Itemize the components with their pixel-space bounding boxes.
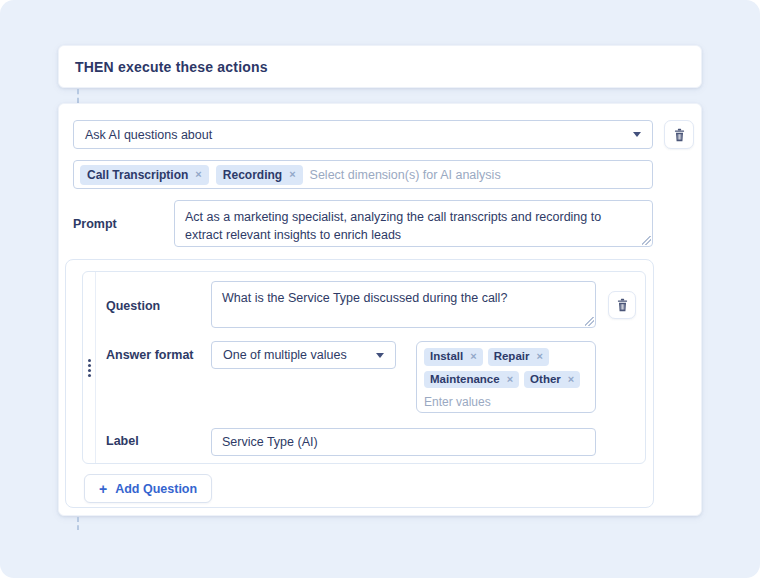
value-tag-label: Repair (494, 351, 530, 363)
dimension-tag: Call Transcription × (80, 165, 209, 185)
connector-line-bottom (77, 517, 79, 530)
delete-action-button[interactable] (664, 120, 694, 149)
dimension-tag-label: Call Transcription (87, 169, 188, 181)
questions-group: Question What is the Service Type discus… (65, 259, 654, 508)
values-placeholder: Enter values (424, 395, 588, 409)
remove-tag-icon[interactable]: × (195, 169, 201, 180)
drag-handle-icon[interactable] (88, 359, 91, 362)
remove-tag-icon[interactable]: × (507, 374, 513, 385)
resize-grip-icon[interactable] (585, 317, 594, 326)
question-textarea[interactable]: What is the Service Type discussed durin… (211, 281, 596, 328)
connector-line-top (77, 89, 79, 103)
trash-icon (673, 128, 686, 142)
answer-format-label: Answer format (106, 348, 194, 362)
workflow-builder-canvas: THEN execute these actions Ask AI questi… (0, 0, 760, 578)
plus-icon: + (99, 482, 107, 496)
section-title: THEN execute these actions (75, 59, 268, 75)
value-tag-label: Install (430, 351, 463, 363)
prompt-textarea[interactable]: Act as a marketing specialist, analyzing… (174, 200, 653, 247)
action-type-value: Ask AI questions about (85, 128, 212, 142)
chevron-down-icon (376, 353, 384, 358)
drag-strip (83, 272, 96, 463)
label-input[interactable] (211, 428, 596, 456)
dimension-tag-label: Recording (223, 169, 282, 181)
action-card: Ask AI questions about Call Transcriptio… (58, 103, 702, 516)
trash-icon (616, 298, 629, 312)
value-tag: Maintenance × (424, 371, 519, 389)
answer-format-value: One of multiple values (223, 348, 347, 362)
field-label-label: Label (106, 434, 139, 448)
answer-format-select[interactable]: One of multiple values (211, 341, 396, 369)
question-label: Question (106, 299, 160, 313)
chevron-down-icon (633, 132, 641, 137)
prompt-label: Prompt (73, 217, 117, 231)
value-tag: Other × (524, 371, 580, 389)
remove-tag-icon[interactable]: × (536, 351, 542, 362)
remove-tag-icon[interactable]: × (289, 169, 295, 180)
value-tag-label: Maintenance (430, 374, 500, 386)
action-type-select[interactable]: Ask AI questions about (73, 120, 653, 149)
resize-grip-icon[interactable] (642, 236, 651, 245)
question-card: Question What is the Service Type discus… (82, 271, 646, 464)
dimension-tag: Recording × (216, 165, 303, 185)
answer-values-multiselect[interactable]: Install × Repair × Maintenance × Other × (416, 341, 596, 413)
remove-tag-icon[interactable]: × (568, 374, 574, 385)
value-tag: Repair × (488, 348, 549, 366)
value-tag-label: Other (530, 374, 561, 386)
remove-tag-icon[interactable]: × (470, 351, 476, 362)
dimensions-multiselect[interactable]: Call Transcription × Recording × Select … (73, 160, 653, 189)
delete-question-button[interactable] (608, 291, 636, 319)
add-question-label: Add Question (115, 482, 197, 496)
add-question-button[interactable]: + Add Question (84, 474, 212, 503)
dimensions-placeholder: Select dimension(s) for AI analysis (310, 168, 501, 182)
then-section-header: THEN execute these actions (58, 45, 702, 88)
value-tag: Install × (424, 348, 483, 366)
